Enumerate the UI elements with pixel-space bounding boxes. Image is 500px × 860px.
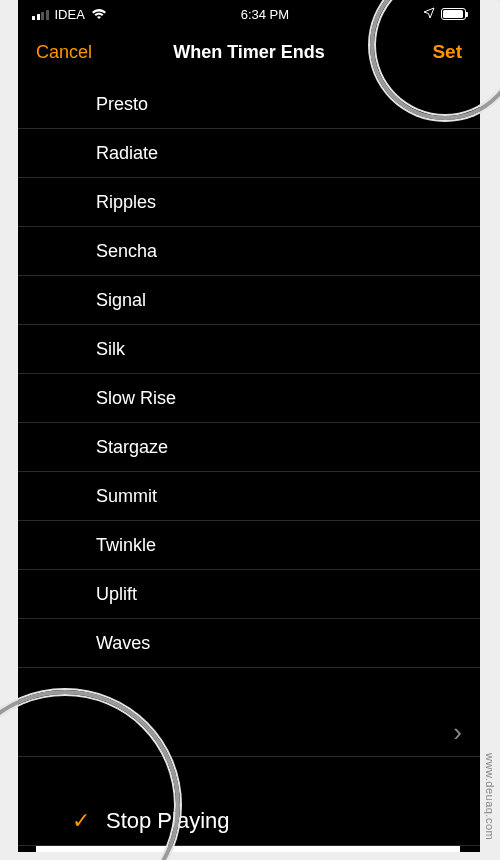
list-item[interactable]: Presto xyxy=(18,80,480,129)
sound-label: Radiate xyxy=(96,143,158,164)
status-left: IDEA xyxy=(32,7,107,22)
list-item[interactable]: Uplift xyxy=(18,570,480,619)
list-item[interactable]: Radiate xyxy=(18,129,480,178)
wifi-icon xyxy=(91,8,107,20)
status-time: 6:34 PM xyxy=(241,7,289,22)
location-icon xyxy=(423,7,435,22)
list-item[interactable]: Twinkle xyxy=(18,521,480,570)
sound-label: Stargaze xyxy=(96,437,168,458)
sound-label: Waves xyxy=(96,633,150,654)
stop-playing-label: Stop Playing xyxy=(106,808,230,834)
carrier-label: IDEA xyxy=(55,7,85,22)
list-item[interactable]: Waves xyxy=(18,619,480,668)
list-item[interactable]: Sencha xyxy=(18,227,480,276)
sound-label: Uplift xyxy=(96,584,137,605)
status-bar: IDEA 6:34 PM xyxy=(18,0,480,24)
section-separator xyxy=(18,757,480,797)
cancel-button[interactable]: Cancel xyxy=(36,42,92,63)
sound-label: Signal xyxy=(96,290,146,311)
list-item[interactable]: Ripples xyxy=(18,178,480,227)
list-item-stop-playing[interactable]: ✓ Stop Playing xyxy=(18,797,480,846)
bottom-edge xyxy=(36,846,460,852)
list-item[interactable]: Slow Rise xyxy=(18,374,480,423)
list-item[interactable]: Stargaze xyxy=(18,423,480,472)
sound-list[interactable]: Presto Radiate Ripples Sencha Signal Sil… xyxy=(18,80,480,846)
battery-icon xyxy=(441,8,466,20)
set-button[interactable]: Set xyxy=(432,41,462,63)
sound-label: Sencha xyxy=(96,241,157,262)
status-right xyxy=(423,7,466,22)
sound-label: Slow Rise xyxy=(96,388,176,409)
list-item-disclosure[interactable] xyxy=(18,708,480,757)
sound-label: Silk xyxy=(96,339,125,360)
checkmark-icon: ✓ xyxy=(72,808,90,834)
list-item[interactable]: Summit xyxy=(18,472,480,521)
section-separator xyxy=(18,668,480,708)
watermark: www.deuaq.com xyxy=(484,753,496,840)
phone-screen: IDEA 6:34 PM Cancel When Timer Ends Set … xyxy=(18,0,480,852)
sound-label: Summit xyxy=(96,486,157,507)
nav-bar: Cancel When Timer Ends Set xyxy=(18,24,480,80)
list-item[interactable]: Signal xyxy=(18,276,480,325)
sound-label: Ripples xyxy=(96,192,156,213)
sound-label: Twinkle xyxy=(96,535,156,556)
list-item[interactable]: Silk xyxy=(18,325,480,374)
sound-label: Presto xyxy=(96,94,148,115)
signal-icon xyxy=(32,9,49,20)
